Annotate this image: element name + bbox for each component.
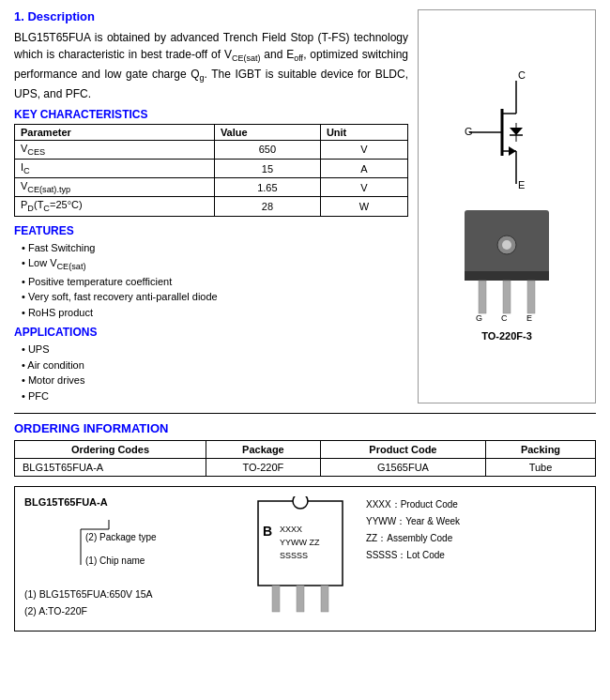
marking-left: BLG15T65FUA-A (2) Package type (1) Chip …	[24, 496, 244, 620]
divider1	[14, 413, 596, 414]
package-photo: G C E	[450, 201, 563, 323]
top-section: 1. Description BLG15T65FUA is obtained b…	[14, 9, 596, 403]
description-text: BLG15T65FUA is obtained by advanced Tren…	[14, 29, 408, 102]
ordering-section: ORDERING INFORMATION Ordering CodesPacka…	[14, 421, 596, 477]
marking-inner: BLG15T65FUA-A (2) Package type (1) Chip …	[24, 496, 586, 621]
svg-text:(2) Package type: (2) Package type	[85, 532, 157, 542]
feature-item: Positive temperature coefficient	[22, 274, 408, 290]
app-item: UPS	[22, 342, 408, 358]
order-col-header: Package	[206, 441, 320, 459]
key-table-cell: V	[320, 140, 407, 159]
svg-rect-37	[297, 586, 304, 612]
xxxx-label: XXXX：Product Code	[366, 496, 586, 513]
app-item: Motor drives	[22, 373, 408, 388]
key-table-cell: 28	[214, 197, 320, 216]
svg-rect-16	[465, 271, 549, 281]
key-char-title: KEY CHARACTERISTICS	[14, 108, 408, 121]
svg-text:E: E	[526, 313, 532, 323]
feature-item: Very soft, fast recovery anti-parallel d…	[22, 289, 408, 305]
section-title: 1. Description	[14, 9, 408, 23]
feature-item: RoHS product	[22, 305, 408, 321]
svg-text:G: G	[465, 126, 473, 137]
svg-marker-6	[509, 146, 516, 156]
footnote1: (1) BLG15T65FUA:650V 15A	[24, 586, 244, 603]
svg-text:SSSSS: SSSSS	[280, 551, 308, 560]
ic-marking-diagram: B XXXX YYWW ZZ SSSSS	[253, 496, 357, 618]
sssss-label: SSSSS：Lot Code	[366, 547, 586, 564]
svg-text:C: C	[518, 71, 526, 81]
order-cell: TO-220F	[206, 459, 320, 477]
package-label: TO-220F-3	[481, 330, 532, 342]
feature-item: Fast Switching	[22, 240, 408, 256]
value-header: Value	[214, 124, 320, 140]
svg-text:B: B	[263, 524, 272, 539]
app-item: PFC	[22, 388, 408, 404]
param-header: Parameter	[15, 124, 215, 140]
feature-item: Low VCE(sat)	[22, 255, 408, 274]
bracket-diagram: (2) Package type (1) Chip name	[24, 515, 231, 576]
component-image-box: C G E G C E TO-220F-3	[418, 9, 596, 403]
yyww-label: YYWW：Year & Week	[366, 513, 586, 530]
ordering-title: ORDERING INFORMATION	[14, 421, 596, 435]
features-title: FEATURES	[14, 224, 408, 237]
marking-part-name: BLG15T65FUA-A	[24, 496, 244, 508]
order-col-header: Packing	[486, 441, 596, 459]
apps-title: APPLICATIONS	[14, 326, 408, 339]
features-list: Fast SwitchingLow VCE(sat)Positive tempe…	[14, 240, 408, 321]
marking-right: XXXX：Product Code YYWW：Year & Week ZZ：As…	[366, 496, 586, 564]
key-table-cell: IC	[15, 159, 215, 177]
transistor-symbol: C G E	[441, 71, 572, 193]
order-col-header: Ordering Codes	[15, 441, 206, 459]
app-item: Air condition	[22, 358, 408, 373]
key-table-cell: VCES	[15, 140, 215, 159]
description-left: 1. Description BLG15T65FUA is obtained b…	[14, 9, 408, 403]
svg-rect-36	[272, 586, 280, 612]
svg-rect-19	[527, 281, 535, 313]
svg-rect-17	[479, 281, 486, 313]
order-cell: BLG15T65FUA-A	[15, 459, 206, 477]
svg-rect-18	[503, 281, 511, 313]
key-table-cell: 650	[214, 140, 320, 159]
order-col-header: Product Code	[320, 441, 485, 459]
svg-text:E: E	[518, 179, 525, 190]
key-table-cell: PD(TC=25°C)	[15, 197, 215, 216]
svg-text:XXXX: XXXX	[280, 525, 302, 534]
marking-center: B XXXX YYWW ZZ SSSSS	[253, 496, 357, 621]
key-table-cell: W	[320, 197, 407, 216]
svg-rect-38	[321, 586, 328, 612]
svg-text:YYWW ZZ: YYWW ZZ	[280, 538, 320, 547]
key-characteristics-table: Parameter Value Unit VCES650VIC15AVCE(sa…	[14, 124, 408, 217]
order-cell: G1565FUA	[320, 459, 485, 477]
svg-text:G: G	[476, 313, 482, 323]
footnotes: (1) BLG15T65FUA:650V 15A (2) A:TO-220F	[24, 586, 244, 620]
ordering-table: Ordering CodesPackageProduct CodePacking…	[14, 440, 596, 477]
apps-list: UPSAir conditionMotor drivesPFC	[14, 342, 408, 403]
svg-text:(1) Chip name: (1) Chip name	[85, 555, 145, 566]
svg-marker-8	[510, 128, 523, 135]
svg-point-31	[293, 496, 308, 509]
key-table-cell: V	[320, 178, 407, 197]
key-table-cell: A	[320, 159, 407, 177]
key-table-cell: VCE(sat).typ	[15, 178, 215, 197]
zz-label: ZZ：Assembly Code	[366, 530, 586, 547]
key-table-cell: 1.65	[214, 178, 320, 197]
svg-point-15	[502, 240, 511, 250]
unit-header: Unit	[320, 124, 407, 140]
svg-text:C: C	[501, 313, 508, 323]
footnote2: (2) A:TO-220F	[24, 603, 244, 620]
key-table-cell: 15	[214, 159, 320, 177]
marking-section: BLG15T65FUA-A (2) Package type (1) Chip …	[14, 486, 596, 632]
order-cell: Tube	[486, 459, 596, 477]
